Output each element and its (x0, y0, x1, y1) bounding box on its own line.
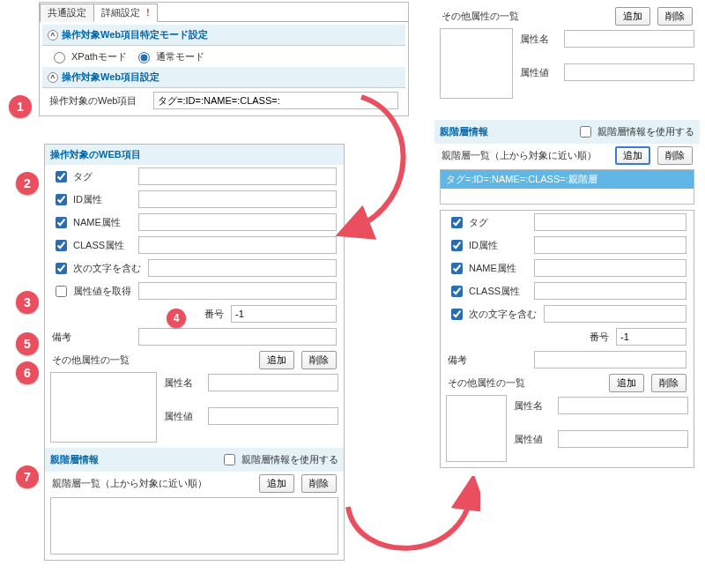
name-input[interactable] (138, 213, 337, 231)
step-7-badge: 7 (16, 465, 39, 488)
class-input[interactable] (138, 236, 337, 254)
tag-input[interactable] (138, 167, 337, 185)
r-chk-text[interactable]: 次の文字を含む (448, 306, 537, 323)
other-attr-list[interactable] (50, 372, 157, 443)
settings-tabs: 共通設定 詳細設定 ! (40, 3, 408, 22)
right-other-attr-delete-button[interactable]: 削除 (657, 7, 693, 26)
r-attr-value-input[interactable] (558, 430, 688, 448)
right-parent-list[interactable]: タグ=:ID=:NAME=:CLASS=:親階層 (440, 169, 694, 205)
collapse-icon[interactable]: ^ (48, 72, 58, 83)
use-parent-checkbox[interactable]: 親階層情報を使用する (220, 451, 338, 468)
step-2-badge: 2 (16, 172, 39, 195)
id-input[interactable] (138, 190, 337, 208)
r-chk-name[interactable]: NAME属性 (448, 260, 527, 277)
step-3-badge: 3 (16, 291, 39, 314)
right-use-parent-checkbox[interactable]: 親階層情報を使用する (576, 123, 694, 140)
remarks-input[interactable] (138, 328, 337, 346)
other-attr-delete-button[interactable]: 削除 (301, 351, 337, 369)
parent-list[interactable] (50, 497, 338, 555)
right-other-attr-label: その他属性の一覧 (442, 10, 608, 23)
r-attr-name-input[interactable] (558, 397, 688, 414)
radio-normal[interactable]: 通常モード (134, 49, 204, 63)
r-other-attr-add-button[interactable]: 追加 (609, 374, 644, 392)
r-remarks-input[interactable] (534, 351, 686, 368)
r-text-input[interactable] (544, 305, 686, 323)
r-remarks-label: 備考 (448, 354, 527, 367)
flow-arrow-icon (339, 476, 480, 573)
mode-section-header[interactable]: ^ 操作対象Web項目特定モード設定 (42, 25, 405, 46)
radio-xpath[interactable]: XPathモード (49, 49, 127, 63)
other-attr-add-button[interactable]: 追加 (259, 351, 294, 369)
r-id-input[interactable] (534, 236, 686, 254)
r-number-label: 番号 (448, 331, 609, 344)
parent-add-button[interactable]: 追加 (259, 474, 294, 493)
right-parent-list-label: 親階層一覧（上から対象に近い順） (442, 149, 608, 162)
step-4-badge: 4 (167, 309, 186, 328)
tab-common[interactable]: 共通設定 (40, 4, 94, 22)
r-other-attr-label: その他属性の一覧 (448, 376, 602, 390)
attr-value-input[interactable] (208, 407, 338, 425)
r-chk-class[interactable]: CLASS属性 (448, 283, 527, 300)
right-attr-name-input[interactable] (564, 30, 694, 48)
chk-name-attr[interactable]: NAME属性 (52, 214, 131, 231)
attrval-input[interactable] (138, 282, 337, 300)
left-panel-header: 操作対象のWEB項目 (45, 145, 344, 165)
chk-text-contains[interactable]: 次の文字を含む (52, 260, 141, 277)
r-tag-input[interactable] (534, 213, 686, 231)
r-name-input[interactable] (534, 259, 686, 277)
step-6-badge: 6 (16, 361, 39, 384)
chk-get-attr[interactable]: 属性値を取得 (52, 283, 131, 300)
step-1-badge: 1 (9, 95, 32, 118)
parent-list-item-selected[interactable]: タグ=:ID=:NAME=:CLASS=:親階層 (441, 170, 694, 189)
number-input[interactable] (231, 305, 337, 323)
chk-tag[interactable]: タグ (52, 168, 131, 185)
text-contains-input[interactable] (148, 259, 337, 277)
alert-icon: ! (146, 7, 150, 18)
right-parent-info-header: 親階層情報 親階層情報を使用する (434, 120, 700, 144)
right-other-attr-add-button[interactable]: 追加 (615, 7, 650, 26)
r-number-input[interactable] (616, 328, 686, 346)
other-attr-label: その他属性の一覧 (52, 354, 252, 367)
r-class-input[interactable] (534, 282, 686, 300)
parent-info-header: 親階層情報 親階層情報を使用する (45, 448, 344, 472)
chk-id[interactable]: ID属性 (52, 191, 131, 208)
right-parent-add-button[interactable]: 追加 (615, 146, 650, 165)
right-parent-delete-button[interactable]: 削除 (657, 146, 693, 165)
tab-detail[interactable]: 詳細設定 ! (93, 4, 158, 22)
number-label: 番号 (94, 308, 224, 321)
right-attr-value-input[interactable] (564, 63, 694, 81)
parent-list-label: 親階層一覧（上から対象に近い順） (52, 477, 252, 490)
item-section-header[interactable]: ^ 操作対象Web項目設定 (42, 67, 405, 88)
r-chk-id[interactable]: ID属性 (448, 237, 527, 254)
target-label: 操作対象のWeb項目 (49, 94, 146, 108)
right-other-attr-list[interactable] (440, 28, 513, 99)
r-other-attr-delete-button[interactable]: 削除 (651, 374, 686, 392)
r-chk-tag[interactable]: タグ (448, 214, 527, 231)
remarks-label: 備考 (52, 331, 131, 344)
r-other-attr-list[interactable] (446, 395, 507, 462)
parent-delete-button[interactable]: 削除 (301, 474, 337, 493)
collapse-icon[interactable]: ^ (48, 30, 58, 41)
target-web-item-input[interactable] (153, 92, 398, 109)
chk-class-attr[interactable]: CLASS属性 (52, 237, 131, 254)
step-5-badge: 5 (16, 332, 39, 355)
attr-name-input[interactable] (208, 374, 338, 391)
